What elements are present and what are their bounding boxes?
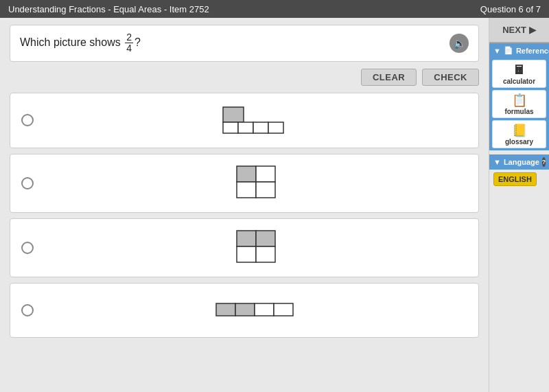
reference-icon: 📄 — [504, 46, 513, 55]
svg-rect-9 — [237, 231, 256, 246]
formulas-icon: 📋 — [512, 94, 527, 106]
svg-rect-14 — [235, 303, 255, 316]
glossary-tool[interactable]: 📒 glossary — [492, 120, 546, 148]
content-area: Which picture shows 2 4 ? 🔈 CLEAR CHECK — [0, 18, 489, 392]
option-b-row — [10, 154, 479, 213]
figure-d-svg — [213, 298, 302, 322]
option-d-row — [10, 283, 479, 338]
svg-rect-4 — [268, 122, 283, 133]
figure-c — [47, 227, 467, 268]
page-title: Understanding Fractions - Equal Areas - … — [8, 4, 209, 14]
calculator-tool[interactable]: 🖩 calculator — [492, 60, 546, 88]
language-triangle-icon: ▼ — [493, 158, 501, 166]
figure-c-svg — [233, 227, 281, 268]
button-row: CLEAR CHECK — [10, 69, 479, 86]
figure-a — [47, 102, 467, 139]
svg-rect-2 — [238, 122, 253, 133]
english-button[interactable]: ENGLISH — [493, 172, 537, 186]
glossary-icon: 📒 — [512, 124, 527, 137]
svg-rect-11 — [237, 246, 256, 262]
next-arrow-icon: ▶ — [529, 25, 536, 35]
question-info: Question 6 of 7 — [480, 4, 541, 14]
svg-rect-5 — [237, 166, 256, 182]
radio-d[interactable] — [21, 304, 34, 316]
top-bar: Understanding Fractions - Equal Areas - … — [0, 0, 549, 18]
clear-button[interactable]: CLEAR — [361, 69, 417, 86]
fraction-display: 2 4 — [125, 32, 133, 54]
radio-c[interactable] — [21, 242, 34, 254]
radio-a[interactable] — [21, 114, 34, 126]
option-a-row — [10, 93, 479, 148]
svg-rect-12 — [256, 246, 275, 262]
next-button[interactable]: NEXT ▶ — [489, 18, 549, 43]
option-c-row — [10, 218, 479, 277]
reference-header: ▼ 📄 Reference — [489, 43, 549, 58]
language-header: ▼ Language ? — [489, 154, 549, 170]
svg-rect-10 — [256, 231, 275, 246]
triangle-icon: ▼ — [493, 47, 501, 55]
svg-rect-6 — [256, 166, 275, 182]
check-button[interactable]: CHECK — [422, 69, 479, 86]
question-text: Which picture shows 2 4 ? — [20, 32, 141, 54]
figure-d — [47, 298, 467, 322]
reference-section: ▼ 📄 Reference 🖩 calculator 📋 formulas 📒 … — [489, 43, 549, 150]
formulas-tool[interactable]: 📋 formulas — [492, 90, 546, 118]
sidebar: NEXT ▶ ▼ 📄 Reference 🖩 calculator 📋 form… — [489, 18, 549, 392]
language-section: ▼ Language ? ENGLISH — [489, 154, 549, 189]
svg-rect-3 — [253, 122, 268, 133]
figure-a-svg — [216, 102, 299, 139]
speaker-icon: 🔈 — [454, 38, 465, 49]
svg-rect-7 — [237, 182, 256, 198]
svg-rect-0 — [223, 107, 244, 122]
question-box: Which picture shows 2 4 ? 🔈 — [10, 25, 479, 62]
calculator-icon: 🖩 — [513, 64, 526, 76]
svg-rect-13 — [216, 303, 235, 316]
main-layout: Which picture shows 2 4 ? 🔈 CLEAR CHECK — [0, 18, 549, 392]
audio-button[interactable]: 🔈 — [449, 34, 469, 53]
radio-b[interactable] — [21, 177, 34, 189]
svg-rect-1 — [223, 122, 238, 133]
svg-rect-15 — [255, 303, 274, 316]
svg-rect-8 — [256, 182, 275, 198]
figure-b — [47, 163, 467, 204]
figure-b-svg — [233, 163, 281, 204]
svg-rect-16 — [274, 303, 293, 316]
language-help-icon[interactable]: ? — [542, 157, 546, 167]
